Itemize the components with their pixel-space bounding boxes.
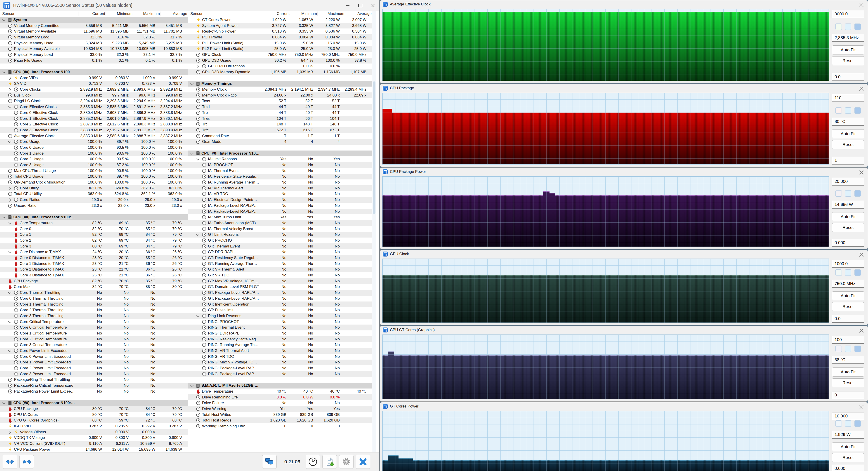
sensor-row[interactable]: Warning: Remaining Life:000 xyxy=(188,423,372,429)
sensor-row[interactable]: Virtual Memory Available11,596 MB11,596 … xyxy=(0,29,188,34)
vertical-scrollbar[interactable] xyxy=(372,11,376,452)
chevron-open-icon[interactable] xyxy=(8,291,12,295)
sensor-row[interactable]: GT: Inefficient OperationNoNoNo xyxy=(188,302,372,307)
graph-window-titlebar[interactable]: CPU Package xyxy=(380,84,868,92)
sensor-row[interactable]: Bus Clock99.8 MHz99.7 MHz99.8 MHz99.8 MH… xyxy=(0,92,188,98)
sensor-row[interactable]: RING: Thermal EventNoNoNo xyxy=(188,324,372,331)
graph-window-titlebar[interactable]: GPU Clock xyxy=(380,250,868,258)
close-icon[interactable] xyxy=(859,252,864,256)
sensor-row[interactable]: GT: Package-Level RAPL/PBM ...NoNoNo xyxy=(188,290,372,295)
close-sensors-button[interactable] xyxy=(356,455,370,469)
sensor-row[interactable]: IA: Thermal EventNoNoNo xyxy=(188,168,372,174)
max-scale-input[interactable]: 20.000 xyxy=(832,178,864,186)
sensor-row[interactable]: Core 380 °C69 °C84 °C79 °C xyxy=(0,243,188,249)
color-swatch-3[interactable] xyxy=(855,190,861,197)
group-row[interactable]: Memory Timings xyxy=(188,81,372,87)
autofit-button[interactable]: Auto Fit xyxy=(832,45,864,55)
expand-columns-button[interactable] xyxy=(3,455,17,469)
sensor-row[interactable]: Core Clocks2,892.9 MHz2,892.2 MHz2,893.6… xyxy=(0,87,188,92)
sensor-row[interactable]: RING: Running Average Therm...NoNoNo xyxy=(188,342,372,348)
sensor-row[interactable]: GPU D3D Usage90.2 %54.4 %100.0 %97.8 % xyxy=(188,58,372,64)
column-header-sensor[interactable]: Sensor xyxy=(2,11,78,16)
sensor-window-titlebar[interactable]: HWiNFO® 64 v8.06-5500 Sensor Status [50 … xyxy=(0,0,379,11)
chevron-open-icon[interactable] xyxy=(196,314,200,318)
color-swatch-3[interactable] xyxy=(855,270,861,276)
sensor-row[interactable]: IA Limit ReasonsYesNoYes xyxy=(188,156,372,162)
sensor-row[interactable]: Core Thermal ThrottlingNoNoNo xyxy=(0,290,188,295)
min-scale-input[interactable]: 0.000 xyxy=(832,465,864,471)
sensor-row[interactable]: GT: PROCHOTNoNoNo xyxy=(188,238,372,243)
max-scale-input[interactable]: 10.000 xyxy=(832,412,864,420)
chevron-open-icon[interactable] xyxy=(2,18,6,22)
chevron-open-icon[interactable] xyxy=(8,349,12,353)
sensor-row[interactable]: IA: VR TDCNoNoNo xyxy=(188,191,372,197)
group-row[interactable]: CPU [#0]: Intel Processor N100 xyxy=(0,69,188,75)
close-button[interactable] xyxy=(367,0,379,11)
maximize-button[interactable] xyxy=(354,0,367,11)
sensor-row[interactable]: CPU Package Power14.686 W12.014 W15.695 … xyxy=(0,447,188,452)
sensor-row[interactable]: Core 2 Distance to TjMAX23 °C21 °C36 °C2… xyxy=(0,267,188,273)
reset-button[interactable]: Reset xyxy=(832,140,864,149)
color-swatch-1[interactable] xyxy=(835,270,842,276)
color-swatch-1[interactable] xyxy=(835,190,842,197)
sensor-row[interactable]: Core 2 Critical TemperatureNoNoNo xyxy=(0,336,188,342)
sensor-row[interactable]: Core 3 Effective Clock2,888.8 MHz2,519.7… xyxy=(0,127,188,133)
scrollbar-thumb[interactable] xyxy=(373,81,375,214)
chevron-right-icon[interactable] xyxy=(8,186,12,190)
reset-button[interactable]: Reset xyxy=(832,223,864,232)
max-scale-input[interactable]: 110 xyxy=(832,94,864,102)
sensor-row[interactable]: Total CPU Utility362.0 %324.8 %362.1 %36… xyxy=(0,191,188,197)
min-scale-input[interactable]: 0.0 xyxy=(832,315,864,323)
sensor-row[interactable]: iGPU VID0.287 V0.285 V0.292 V0.287 V xyxy=(0,423,188,429)
max-scale-input[interactable]: 3000.0 xyxy=(832,10,864,18)
sensor-row[interactable]: Drive Temperature40 °C40 °C40 °C40 °C xyxy=(188,388,372,395)
chevron-open-icon[interactable] xyxy=(196,232,200,237)
column-header-current[interactable]: Current xyxy=(263,11,290,16)
color-swatch-1[interactable] xyxy=(835,420,842,427)
group-row[interactable]: S.M.A.R.T.: MII Azerty 512GB (YS20191198… xyxy=(188,383,372,388)
sensor-row[interactable]: Trcd44 T40 T44 T xyxy=(188,104,372,110)
sensor-row[interactable]: Core 1 Usage100.0 %90.5 %100.0 %100.0 % xyxy=(0,151,188,156)
sensor-row[interactable]: Virtual Memory Load32.3 %31.6 %32.3 %31.… xyxy=(0,34,188,40)
chevron-open-icon[interactable] xyxy=(190,82,194,86)
sensor-row[interactable]: RING: PROCHOTNoNoNo xyxy=(188,319,372,325)
sensor-row[interactable]: Core 2 Effective Clock2,887.0 MHz2,612.6… xyxy=(0,121,188,127)
sensor-row[interactable]: GT: Thermal EventNoNoNo xyxy=(188,243,372,249)
sensor-row[interactable]: Core Max82 °C70 °C85 °C80 °C xyxy=(0,284,188,290)
group-row[interactable]: CPU [#0]: Intel Processor N100: Enhanced xyxy=(0,400,188,406)
sensor-row[interactable]: Core 1 Critical TemperatureNoNoNo xyxy=(0,331,188,336)
sensor-row[interactable]: Core Power Limit ExceededNoNoNo xyxy=(0,348,188,354)
sensor-row[interactable]: VR VCC Current (SVID IOUT)9.110 A6.211 A… xyxy=(0,441,188,447)
minimize-button[interactable] xyxy=(341,0,354,11)
sensor-row[interactable]: Core 1 Power Limit ExceededNoNoNo xyxy=(0,359,188,366)
sensor-row[interactable]: Ring/LLC Clock2,294.4 MHz2,293.8 MHz2,29… xyxy=(0,98,188,104)
autofit-button[interactable]: Auto Fit xyxy=(832,442,864,451)
sensor-row[interactable]: Average Effective Clock2,885.3 MHz2,585.… xyxy=(0,133,188,139)
column-header-minimum[interactable]: Minimum xyxy=(105,11,133,16)
sensor-row[interactable]: PCH Power0.084 W0.084 W0.084 W0.084 W xyxy=(188,34,372,40)
sensor-row[interactable]: Drive FailureNoNoNo xyxy=(188,400,372,406)
sensor-row[interactable]: GT: Domain-Level PBM PLGTNoNoNo xyxy=(188,284,372,290)
sensor-row[interactable]: Core 082 °C70 °C85 °C79 °C xyxy=(0,226,188,232)
remote-monitoring-button[interactable] xyxy=(262,455,277,469)
column-header-current[interactable]: Current xyxy=(78,11,105,16)
graph-window-titlebar[interactable]: Average Effective Clock xyxy=(380,0,868,8)
sensor-row[interactable]: GT: VR Thermal AlertNoNoNo xyxy=(188,267,372,273)
sensor-row[interactable]: RING: Package-Level RAPL/PB...NoNoNo xyxy=(188,365,372,371)
sensor-row[interactable]: RING: DDR RAPLNoNoNo xyxy=(188,331,372,336)
chevron-open-icon[interactable] xyxy=(8,221,12,225)
chevron-open-icon[interactable] xyxy=(8,320,12,324)
sensor-row[interactable]: Ring Limit ReasonsNoNoNo xyxy=(188,313,372,319)
reset-button[interactable]: Reset xyxy=(832,453,864,462)
sensor-row[interactable]: Package/Ring Power Limit ExceededNoNoNo xyxy=(0,388,188,395)
sensor-row[interactable]: IA: Max Turbo LimitYesYesYes xyxy=(188,214,372,220)
chevron-open-icon[interactable] xyxy=(8,105,12,109)
max-scale-input[interactable]: 1000.0 xyxy=(832,260,864,268)
chevron-open-icon[interactable] xyxy=(196,157,200,161)
color-swatch-2[interactable] xyxy=(845,107,851,114)
close-icon[interactable] xyxy=(859,2,864,7)
sensor-row[interactable]: SA VID0.713 V0.703 V0.723 V0.709 V xyxy=(0,81,188,87)
sensor-row[interactable]: Core 282 °C69 °C84 °C79 °C xyxy=(0,238,188,243)
sensor-row[interactable]: Core 2 Thermal ThrottlingNoNoNo xyxy=(0,307,188,313)
sensor-row[interactable]: Core 3 Usage100.0 %87.2 %100.0 %100.0 % xyxy=(0,162,188,168)
